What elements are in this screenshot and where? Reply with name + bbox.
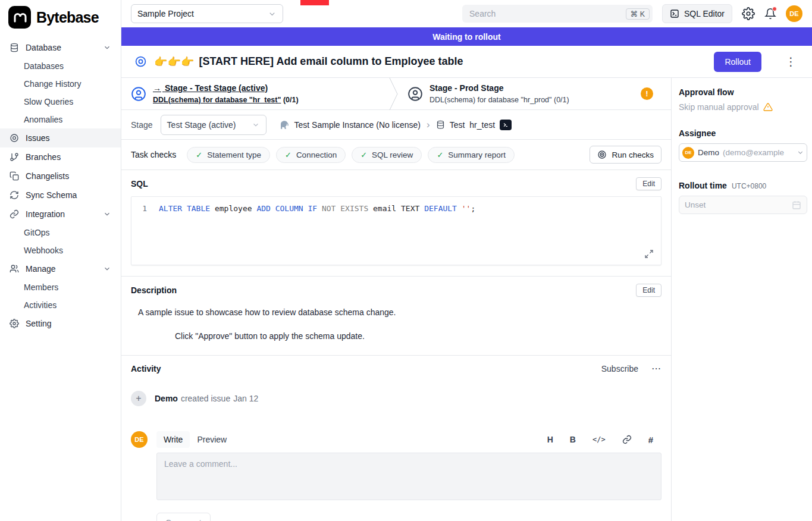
rollout-time-input[interactable]: Unset	[679, 196, 807, 214]
line-number: 1	[131, 204, 159, 213]
main-column: Sample Project ⌘ K SQL Editor	[121, 0, 812, 521]
sql-token: ;	[471, 204, 475, 213]
breadcrumb-chevron-icon: ›	[425, 120, 431, 130]
sidebar-item-databases[interactable]: Databases	[0, 57, 121, 75]
check-summary-report[interactable]: ✓ Summary report	[428, 147, 515, 163]
notification-dot	[772, 7, 777, 11]
sidebar-item-database[interactable]: Database	[0, 38, 121, 57]
settings-gear-button[interactable]	[742, 7, 755, 20]
stage-user-icon	[131, 86, 146, 102]
check-pass-icon: ✓	[196, 150, 202, 159]
sidebar-item-change-history[interactable]: Change History	[0, 75, 121, 93]
check-label: SQL review	[372, 150, 413, 159]
sidebar-item-setting[interactable]: Setting	[0, 314, 121, 333]
rollout-time-label: Rollout time	[679, 181, 727, 190]
stage-select[interactable]: Test Stage (active)	[161, 115, 267, 135]
rollout-time-value: Unset	[685, 200, 706, 209]
changelist-icon	[10, 171, 19, 181]
sidebar-item-activities[interactable]: Activities	[0, 296, 121, 314]
notifications-bell-button[interactable]	[764, 8, 776, 20]
check-sql-review[interactable]: ✓ SQL review	[352, 147, 422, 163]
description-edit-button[interactable]: Edit	[636, 284, 661, 297]
sql-token: ALTER TABLE	[159, 204, 215, 213]
screen-recording-artifact	[300, 0, 329, 5]
stage-test-text: → Stage - Test Stage (active) DDL(schema…	[153, 82, 299, 105]
assignee-email: (demo@example	[723, 148, 793, 157]
bytebase-logo-icon	[8, 6, 31, 29]
stage-user-icon	[407, 86, 423, 102]
database-breadcrumb: Test Sample Instance (No license) › Test…	[279, 120, 512, 130]
stage-test[interactable]: → Stage - Test Stage (active) DDL(schema…	[121, 78, 389, 109]
rollout-button[interactable]: Rollout	[714, 52, 761, 72]
activity-action: created issue	[181, 394, 230, 403]
sync-icon	[10, 190, 19, 200]
sidebar-item-label: Branches	[26, 152, 61, 162]
comment-submit-button[interactable]: Comment	[156, 513, 211, 521]
comment-composer: DE Write Preview H B </>	[131, 431, 661, 521]
sidebar-item-label: Sync Schema	[26, 190, 77, 200]
hash-format-icon[interactable]: #	[648, 435, 653, 445]
sidebar-item-members[interactable]: Members	[0, 278, 121, 296]
chevron-down-icon	[103, 265, 111, 273]
task-checks-label: Task checks	[131, 150, 176, 159]
sidebar-item-changelists[interactable]: Changelists	[0, 167, 121, 186]
bold-format-icon[interactable]: B	[570, 435, 576, 444]
comment-textarea[interactable]	[156, 453, 661, 500]
terminal-icon	[670, 9, 679, 18]
sidebar-item-slow-queries[interactable]: Slow Queries	[0, 93, 121, 111]
sql-editor[interactable]: 1 ALTER TABLE employee ADD COLUMN IF NOT…	[131, 196, 661, 265]
more-options-icon[interactable]: ⋮	[779, 55, 802, 68]
activity-section: Activity Subscribe ⋯ + Demo created issu…	[121, 356, 671, 521]
sidebar-item-integration[interactable]: Integration	[0, 205, 121, 224]
warning-triangle-icon	[763, 102, 773, 112]
environment-label: Test	[450, 120, 465, 130]
instance-link[interactable]: Test Sample Instance (No license)	[294, 120, 421, 130]
issue-title: 👉👉👉 [START HERE] Add email column to Emp…	[154, 55, 463, 68]
description-line-2: Click "Approve" button to apply the sche…	[175, 331, 661, 341]
sql-editor-button[interactable]: SQL Editor	[662, 4, 732, 23]
stage-test-task-link[interactable]: DDL(schema) for database "hr_test"	[153, 96, 281, 104]
stage-test-progress: (0/1)	[283, 96, 299, 104]
subscribe-button[interactable]: Subscribe	[601, 364, 638, 374]
assignee-select[interactable]: DE Demo (demo@example	[679, 143, 807, 162]
expand-editor-icon[interactable]	[643, 248, 655, 260]
database-link[interactable]: hr_test	[469, 120, 495, 130]
sidebar: Bytebase Database Databases Change Histo…	[0, 0, 121, 521]
open-in-sql-editor-icon[interactable]	[500, 120, 512, 130]
check-pass-icon: ✓	[437, 150, 443, 159]
check-connection[interactable]: ✓ Connection	[276, 147, 346, 163]
sql-edit-button[interactable]: Edit	[636, 177, 661, 190]
sidebar-item-sync-schema[interactable]: Sync Schema	[0, 186, 121, 205]
link-format-icon[interactable]	[622, 435, 632, 444]
sidebar-item-webhooks[interactable]: Webhooks	[0, 241, 121, 259]
tab-preview[interactable]: Preview	[190, 431, 234, 448]
description-line-1: A sample issue to showcase how to review…	[138, 307, 661, 317]
run-checks-button[interactable]: Run checks	[590, 146, 661, 164]
search-input[interactable]	[468, 8, 621, 19]
user-avatar[interactable]: DE	[786, 5, 802, 22]
sidebar-item-gitops[interactable]: GitOps	[0, 224, 121, 241]
stage-prod[interactable]: Stage - Prod Stage DDL(schema) for datab…	[398, 78, 671, 109]
sql-token: employee	[215, 204, 256, 213]
stage-picker-row: Stage Test Stage (active) Test Sample In…	[121, 110, 671, 140]
heading-format-icon[interactable]: H	[547, 435, 553, 444]
assignee-name: Demo	[698, 148, 719, 157]
check-statement-type[interactable]: ✓ Statement type	[187, 147, 270, 163]
search-box[interactable]: ⌘ K	[462, 5, 653, 23]
sidebar-item-issues[interactable]: Issues	[0, 128, 121, 147]
code-format-icon[interactable]: </>	[592, 435, 606, 444]
stage-separator-chevron	[389, 78, 398, 109]
sidebar-nav: Database Databases Change History Slow Q…	[0, 33, 121, 338]
sql-token: NOT EXISTS	[322, 204, 373, 213]
issue-title-text: [START HERE] Add email column to Employe…	[199, 55, 463, 68]
attention-alert-icon: !	[641, 87, 653, 100]
sidebar-item-anomalies[interactable]: Anomalies	[0, 111, 121, 128]
sidebar-item-manage[interactable]: Manage	[0, 259, 121, 278]
bytebase-logo[interactable]: Bytebase	[0, 0, 121, 33]
project-select[interactable]: Sample Project	[131, 4, 283, 23]
activity-title: Activity	[131, 364, 161, 374]
sidebar-item-branches[interactable]: Branches	[0, 147, 121, 167]
tab-write[interactable]: Write	[156, 431, 190, 448]
activity-more-icon[interactable]: ⋯	[651, 363, 661, 374]
activity-actor: Demo	[155, 394, 178, 403]
